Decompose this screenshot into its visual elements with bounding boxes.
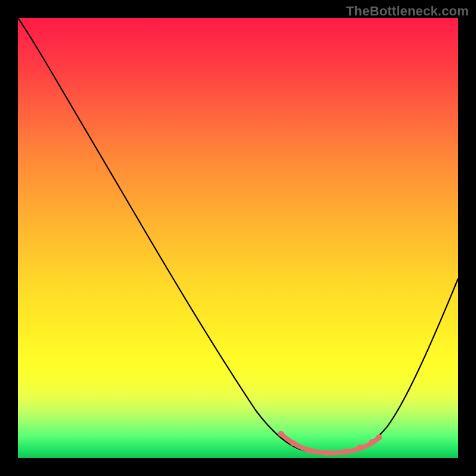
highlight-dot: [290, 440, 296, 446]
highlight-dot: [376, 434, 382, 440]
highlight-dot: [278, 431, 284, 437]
highlight-dot: [369, 439, 375, 445]
highlight-segment-group: [278, 431, 382, 456]
plot-area: [18, 18, 458, 458]
highlight-dot: [357, 444, 363, 450]
highlight-dot: [324, 450, 330, 456]
main-curve-path: [18, 18, 458, 453]
watermark-text: TheBottleneck.com: [346, 4, 469, 19]
highlight-dot: [306, 447, 312, 453]
chart-svg: [18, 18, 458, 458]
highlight-dot: [342, 449, 348, 455]
